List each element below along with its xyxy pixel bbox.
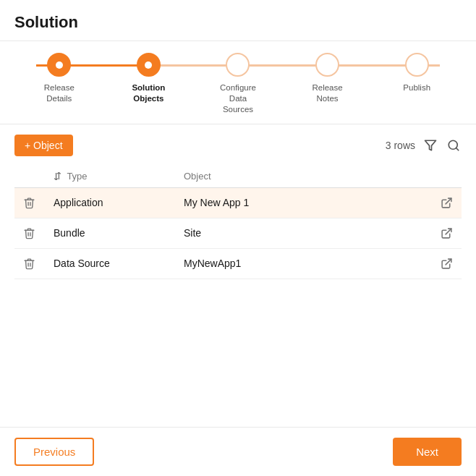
step-label-solution-objects: SolutionObjects <box>132 82 165 104</box>
search-button[interactable] <box>446 137 462 153</box>
step-circle-release-notes <box>315 53 339 77</box>
external-link-button[interactable] <box>439 256 454 271</box>
delete-button[interactable] <box>22 195 37 211</box>
footer: Previous Next <box>0 427 476 476</box>
step-solution-objects[interactable]: SolutionObjects <box>104 53 194 104</box>
delete-button[interactable] <box>22 256 37 271</box>
delete-cell <box>14 218 46 248</box>
step-label-configure-data-sources: ConfigureDataSources <box>220 82 256 115</box>
step-circle-solution-objects <box>137 53 161 77</box>
step-circle-release-details <box>47 53 71 77</box>
object-cell: MyNewApp1 <box>177 248 432 279</box>
previous-button[interactable]: Previous <box>14 438 94 466</box>
step-label-publish: Publish <box>403 82 430 93</box>
step-publish[interactable]: Publish <box>372 53 462 93</box>
table-row: ApplicationMy New App 1 <box>14 187 462 218</box>
col-actions <box>14 165 46 188</box>
link-cell <box>432 187 462 218</box>
external-link-button[interactable] <box>439 195 454 211</box>
step-release-details[interactable]: ReleaseDetails <box>14 53 104 104</box>
page-header: Solution <box>0 0 476 41</box>
object-cell: Site <box>177 218 432 248</box>
next-button[interactable]: Next <box>393 438 462 466</box>
step-label-release-details: ReleaseDetails <box>44 82 75 104</box>
add-object-button[interactable]: + Object <box>14 135 73 156</box>
delete-cell <box>14 248 46 279</box>
step-circle-publish <box>405 53 429 77</box>
stepper: ReleaseDetails SolutionObjects Configure… <box>14 53 462 115</box>
stepper-container: ReleaseDetails SolutionObjects Configure… <box>0 41 476 124</box>
link-cell <box>432 248 462 279</box>
toolbar: + Object 3 rows <box>14 135 462 156</box>
delete-button[interactable] <box>22 226 37 241</box>
external-link-button[interactable] <box>439 226 454 241</box>
table-row: Data SourceMyNewApp1 <box>14 248 462 279</box>
table-header-row: ⇵ Type Object <box>14 165 462 188</box>
main-content: + Object 3 rows ⇵ <box>0 124 476 289</box>
svg-line-2 <box>456 148 458 150</box>
object-cell: My New App 1 <box>177 187 432 218</box>
step-release-notes[interactable]: ReleaseNotes <box>283 53 373 104</box>
table-row: BundleSite <box>14 218 462 248</box>
col-object-header: Object <box>177 165 432 188</box>
step-circle-configure-data-sources <box>226 53 250 77</box>
svg-marker-0 <box>425 140 436 150</box>
svg-line-3 <box>446 198 451 204</box>
col-type-header: ⇵ Type <box>46 165 177 188</box>
sort-icon: ⇵ <box>54 171 61 182</box>
row-count: 3 rows <box>386 140 415 151</box>
step-configure-data-sources[interactable]: ConfigureDataSources <box>193 53 283 115</box>
svg-line-5 <box>446 259 451 265</box>
page-title: Solution <box>14 13 78 31</box>
type-cell: Data Source <box>46 248 177 279</box>
toolbar-right: 3 rows <box>386 137 462 153</box>
delete-cell <box>14 187 46 218</box>
step-label-release-notes: ReleaseNotes <box>312 82 342 104</box>
type-cell: Application <box>46 187 177 218</box>
filter-button[interactable] <box>422 137 438 153</box>
type-cell: Bundle <box>46 218 177 248</box>
link-cell <box>432 218 462 248</box>
svg-line-4 <box>446 229 451 234</box>
col-link <box>432 165 462 188</box>
objects-table: ⇵ Type Object ApplicationMy New App 1 <box>14 165 462 279</box>
